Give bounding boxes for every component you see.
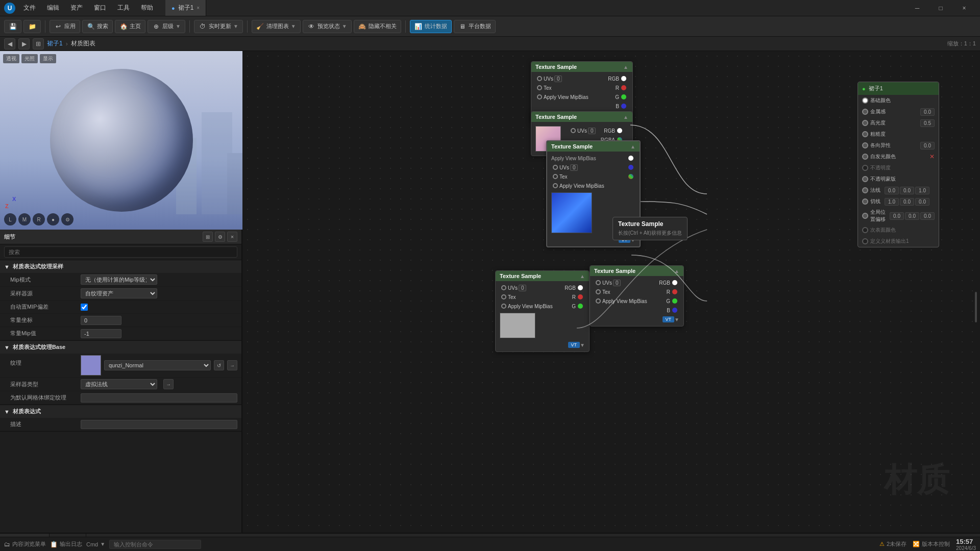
node-3-rgb-pin[interactable] bbox=[628, 156, 633, 161]
node-1-uvs-pin[interactable] bbox=[537, 76, 542, 81]
node-1-rgb-pin[interactable] bbox=[621, 76, 626, 81]
mat-normal-pin[interactable] bbox=[862, 187, 868, 193]
node-5-r-pin[interactable] bbox=[672, 289, 677, 294]
mat-specular-pin[interactable] bbox=[862, 120, 868, 126]
vp-btn-capture[interactable]: ● bbox=[47, 213, 59, 226]
output-log-btn[interactable]: 📋 输出日志 bbox=[50, 540, 82, 548]
sampler-type-select[interactable]: 虚拟法线 bbox=[81, 379, 157, 389]
node-2-rgb-pin[interactable] bbox=[617, 128, 622, 133]
section-header-material-sampler[interactable]: ▼ 材质表达式纹理采样 bbox=[0, 260, 241, 273]
toolbar-search[interactable]: 🔍 搜索 bbox=[82, 20, 113, 33]
section-header-expr[interactable]: ▼ 材质表达式 bbox=[0, 405, 241, 418]
save-indicator[interactable]: ⚠ 2未保存 bbox=[879, 540, 906, 548]
node-3-expand[interactable]: ▲ bbox=[630, 144, 635, 149]
node-4-tex-pin[interactable] bbox=[501, 294, 506, 299]
sampler-source-select[interactable]: 自纹理资产 bbox=[81, 288, 157, 298]
nav-back[interactable]: ◀ bbox=[4, 38, 15, 49]
texture-browse[interactable]: → bbox=[227, 360, 237, 370]
node-1-mip-pin[interactable] bbox=[537, 94, 542, 99]
texture-node-4[interactable]: Texture Sample ▲ UVs 0 RGB Tex bbox=[495, 270, 590, 352]
mat-metallic-pin[interactable] bbox=[862, 109, 868, 115]
node-5-tex-pin[interactable] bbox=[596, 289, 601, 294]
toolbar-platform[interactable]: 🖥 平台数据 bbox=[454, 20, 496, 33]
node-4-rgb-pin[interactable] bbox=[578, 285, 583, 290]
vp-btn-r[interactable]: R bbox=[33, 213, 45, 226]
prop-close[interactable]: × bbox=[227, 232, 237, 242]
mat-anisotropy-pin[interactable] bbox=[862, 142, 868, 148]
toolbar-hide[interactable]: 🙈 隐藏不相关 bbox=[354, 20, 401, 33]
node-3-uvs-pin[interactable] bbox=[553, 165, 558, 170]
win-minimize[interactable]: ─ bbox=[905, 0, 929, 16]
mip-mode-select[interactable]: 无（使用计算的Mip等级） bbox=[81, 274, 157, 285]
toolbar-realtime[interactable]: ⏱ 实时更新 ▼ bbox=[194, 20, 243, 33]
tab-close[interactable]: × bbox=[197, 5, 200, 11]
node-3-rgba-pin[interactable] bbox=[628, 174, 633, 179]
const-coord-input[interactable] bbox=[81, 316, 121, 325]
material-node[interactable]: ● 裙子1 基础颜色 金属感 0.0 高光度 0.5 粗糙度 bbox=[857, 82, 939, 247]
node-5-b-pin[interactable] bbox=[672, 308, 677, 313]
vp-btn-m[interactable]: M bbox=[18, 213, 31, 226]
default-mesh-input[interactable] bbox=[81, 393, 237, 403]
mat-roughness-pin[interactable] bbox=[862, 131, 868, 137]
vp-btn-l[interactable]: L bbox=[4, 213, 16, 226]
node-1-expand[interactable]: ▲ bbox=[623, 64, 628, 70]
node-4-bottom-expand[interactable]: ▼ bbox=[580, 342, 585, 348]
node-4-mip-pin[interactable] bbox=[501, 304, 506, 309]
breadcrumb-root[interactable]: 裙子1 bbox=[47, 39, 63, 48]
node-5-g-pin[interactable] bbox=[672, 298, 677, 304]
node-1-tex-pin[interactable] bbox=[537, 85, 542, 90]
toolbar-apply[interactable]: ↩ 应用 bbox=[50, 20, 80, 33]
mat-emissive-x[interactable]: ✕ bbox=[929, 153, 935, 160]
node-4-uvs-pin[interactable] bbox=[501, 285, 506, 290]
menu-edit[interactable]: 编辑 bbox=[45, 3, 61, 13]
nav-forward[interactable]: ▶ bbox=[18, 38, 30, 49]
mat-tangent-pin[interactable] bbox=[862, 198, 868, 205]
node-4-expand[interactable]: ▲ bbox=[580, 273, 585, 279]
node-3-mip-pin[interactable] bbox=[553, 183, 558, 188]
node-3-b-pin[interactable] bbox=[628, 165, 633, 170]
node-5-uvs-pin[interactable] bbox=[596, 280, 601, 285]
node-5-rgb-pin[interactable] bbox=[672, 280, 677, 285]
node-5-bottom-expand[interactable]: ▼ bbox=[674, 317, 679, 322]
node-3-tex-pin[interactable] bbox=[553, 174, 558, 179]
mat-emissive-pin[interactable] bbox=[862, 154, 868, 160]
node-5-mip-pin[interactable] bbox=[596, 298, 601, 304]
win-close[interactable]: × bbox=[952, 0, 976, 16]
texture-select[interactable]: qunzi_Normal bbox=[104, 360, 211, 370]
tab-main[interactable]: ● 裙子1 × bbox=[165, 0, 206, 16]
viewport-lighting[interactable]: 光照 bbox=[21, 54, 38, 63]
node-4-g-pin[interactable] bbox=[578, 304, 583, 309]
vp-btn-settings[interactable]: ⚙ bbox=[61, 213, 74, 226]
prop-view-toggle[interactable]: ⊞ bbox=[203, 232, 213, 242]
menu-asset[interactable]: 资产 bbox=[68, 3, 85, 13]
auto-mip-checkbox[interactable] bbox=[81, 304, 88, 311]
node-5-expand[interactable]: ▲ bbox=[674, 268, 679, 274]
toolbar-layers[interactable]: ⊕ 层级 ▼ bbox=[148, 20, 185, 33]
mat-world-pos-pin[interactable] bbox=[862, 213, 868, 219]
toolbar-preview[interactable]: 👁 预览状态 ▼ bbox=[303, 20, 352, 33]
node-1-r-pin[interactable] bbox=[621, 85, 626, 90]
toolbar-open[interactable]: 📁 bbox=[23, 20, 41, 33]
mat-opacity-mask-pin[interactable] bbox=[862, 176, 868, 182]
const-mip-input[interactable] bbox=[81, 329, 121, 338]
sampler-type-arrow[interactable]: → bbox=[163, 379, 174, 389]
version-control[interactable]: 🔀 版本本控制 bbox=[913, 540, 950, 548]
toolbar-stats[interactable]: 📊 统计数据 bbox=[410, 20, 452, 33]
texture-node-5[interactable]: Texture Sample ▲ UVs 0 RGB Tex bbox=[590, 265, 684, 327]
menu-help[interactable]: 帮助 bbox=[139, 3, 155, 13]
texture-preview[interactable] bbox=[81, 355, 101, 375]
toolbar-save[interactable]: 💾 bbox=[4, 20, 21, 33]
viewport-perspective[interactable]: 透视 bbox=[3, 54, 19, 63]
node-2-expand[interactable]: ▲ bbox=[623, 114, 628, 120]
nav-fullscreen[interactable]: ⊞ bbox=[33, 38, 44, 49]
desc-input[interactable] bbox=[81, 420, 237, 429]
console-input[interactable] bbox=[109, 540, 201, 549]
menu-file[interactable]: 文件 bbox=[21, 3, 38, 13]
viewport-show[interactable]: 显示 bbox=[40, 54, 56, 63]
toolbar-home[interactable]: 🏠 主页 bbox=[115, 20, 145, 33]
node-1-b-pin[interactable] bbox=[621, 104, 626, 109]
node-4-r-pin[interactable] bbox=[578, 294, 583, 299]
node-2-uvs-pin[interactable] bbox=[571, 128, 576, 133]
node-1-g-pin[interactable] bbox=[621, 94, 626, 99]
menu-tools[interactable]: 工具 bbox=[115, 3, 132, 13]
